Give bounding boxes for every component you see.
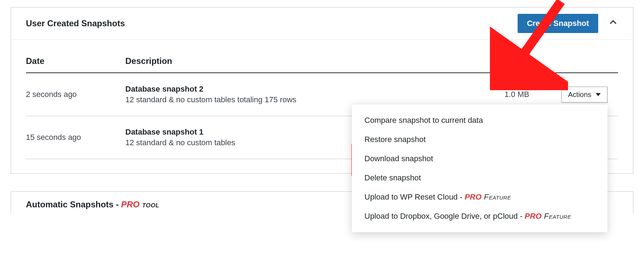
pro-badge: PRO [525,212,542,221]
menu-item-text: Upload to Dropbox, Google Drive, or pClo… [365,212,525,221]
actions-dropdown-button[interactable]: Actions [561,87,607,103]
actions-dropdown-menu: Compare snapshot to current data Restore… [352,104,607,232]
pro-badge: PRO [465,192,482,201]
panel-title: User Created Snapshots [26,18,125,28]
menu-item-restore[interactable]: Restore snapshot [352,130,607,149]
menu-item-upload-cloud[interactable]: Upload to WP Reset Cloud - PRO Feature [352,187,607,207]
panel-header: User Created Snapshots Create Snapshot [11,7,633,40]
caret-down-icon [596,93,601,96]
title-text: Automatic Snapshots - [26,200,121,209]
snapshot-name: Database snapshot 2 [125,85,504,94]
pro-feature-label: Feature [542,212,571,221]
cell-date: 15 seconds ago [26,116,125,159]
pro-tool-label: tool [140,200,159,209]
pro-badge: PRO [121,200,140,209]
menu-item-text: Upload to WP Reset Cloud - [365,192,465,201]
create-snapshot-button[interactable]: Create Snapshot [518,14,598,33]
snapshot-subtext: 12 standard & no custom tables totaling … [125,95,504,104]
chevron-up-icon [609,18,617,28]
collapse-toggle[interactable] [608,18,618,28]
menu-item-compare[interactable]: Compare snapshot to current data [352,111,607,130]
pro-feature-label: Feature [481,192,511,201]
cell-date: 2 seconds ago [26,73,125,116]
menu-item-upload-dropbox[interactable]: Upload to Dropbox, Google Drive, or pClo… [352,207,607,226]
col-header-description: Description [125,51,504,73]
col-header-date: Date [26,51,125,73]
table-header-row: Date Description Size [26,51,618,73]
menu-item-download[interactable]: Download snapshot [352,149,607,168]
panel-title: Automatic Snapshots - PRO tool [26,200,159,210]
panel-header-actions: Create Snapshot [518,14,618,33]
actions-label: Actions [568,91,591,99]
menu-item-delete[interactable]: Delete snapshot [352,168,607,187]
col-header-actions [561,51,618,73]
col-header-size: Size [504,51,561,73]
